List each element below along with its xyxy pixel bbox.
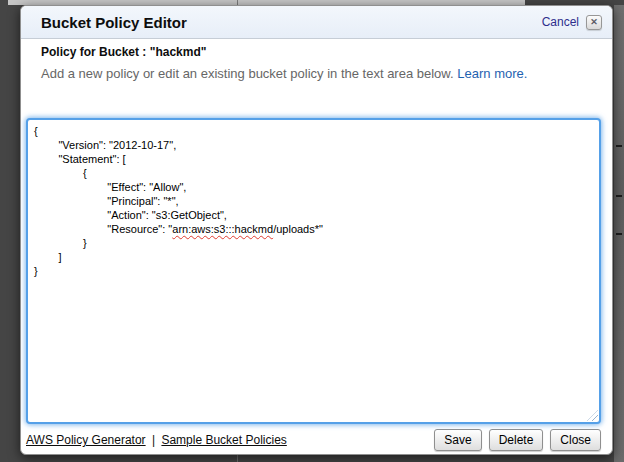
bucket-policy-editor-dialog: Bucket Policy Editor Cancel ✕ Policy for… (20, 5, 613, 455)
resize-handle-icon[interactable] (587, 410, 598, 421)
cancel-link[interactable]: Cancel (542, 15, 579, 29)
background-right-strip (614, 5, 624, 462)
close-button-footer[interactable]: Close (550, 429, 601, 451)
link-separator: | (152, 433, 155, 447)
policy-text-before: { "Version": "2012-10-17", "Statement": … (34, 125, 227, 235)
dialog-header: Bucket Policy Editor Cancel ✕ (21, 6, 612, 39)
close-button[interactable]: ✕ (586, 15, 602, 30)
close-icon: ✕ (590, 18, 598, 27)
policy-textarea[interactable]: { "Version": "2012-10-17", "Statement": … (26, 118, 601, 424)
dialog-title: Bucket Policy Editor (41, 14, 542, 31)
footer-links: AWS Policy Generator | Sample Bucket Pol… (26, 433, 434, 447)
policy-text-flagged: arn:aws:s3:::hackmd (172, 223, 273, 235)
description-text: Add a new policy or edit an existing buc… (41, 66, 454, 81)
footer-buttons: Save Delete Close (434, 429, 601, 451)
background-text-fragment (616, 145, 622, 147)
description-row: Add a new policy or edit an existing buc… (41, 66, 592, 82)
learn-more-link[interactable]: Learn more. (457, 66, 527, 81)
dialog-footer: AWS Policy Generator | Sample Bucket Pol… (21, 427, 612, 453)
background-text-fragment (616, 195, 622, 197)
save-button[interactable]: Save (434, 429, 481, 451)
page-backdrop: Bucket Policy Editor Cancel ✕ Policy for… (0, 0, 624, 462)
sample-bucket-policies-link[interactable]: Sample Bucket Policies (161, 433, 286, 447)
aws-policy-generator-link[interactable]: AWS Policy Generator (26, 433, 146, 447)
delete-button[interactable]: Delete (489, 429, 544, 451)
background-text-fragment (616, 233, 622, 235)
bucket-policy-subtitle: Policy for Bucket : "hackmd" (41, 45, 592, 60)
background-divider-line-bottom (237, 455, 238, 462)
